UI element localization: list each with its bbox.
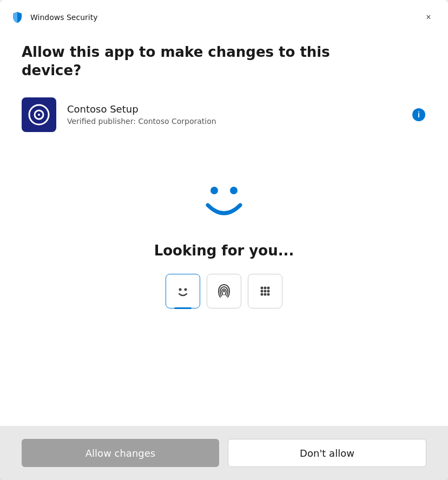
svg-point-12 [264, 290, 267, 292]
close-button[interactable]: × [420, 9, 437, 26]
svg-point-16 [267, 293, 270, 295]
dialog-footer: Allow changes Don't allow [0, 426, 448, 480]
svg-point-11 [261, 290, 263, 292]
app-name: Contoso Setup [67, 103, 411, 115]
app-details: Contoso Setup Verified publisher: Contos… [67, 103, 411, 126]
fingerprint-icon [215, 282, 233, 300]
dont-allow-button[interactable]: Don't allow [228, 439, 426, 467]
app-info-row: Contoso Setup Verified publisher: Contos… [22, 97, 426, 132]
svg-point-5 [179, 288, 182, 291]
svg-point-15 [264, 293, 267, 295]
windows-shield-icon [11, 11, 24, 24]
svg-point-3 [210, 187, 218, 194]
pin-icon [256, 282, 274, 300]
face-recognition-button[interactable] [166, 274, 200, 308]
app-publisher: Verified publisher: Contoso Corporation [67, 117, 411, 126]
title-bar-text: Windows Security [30, 13, 420, 22]
svg-point-14 [261, 293, 263, 295]
face-recognition-icon [192, 165, 256, 229]
svg-point-10 [267, 286, 270, 289]
fingerprint-button[interactable] [207, 274, 241, 308]
svg-point-13 [267, 290, 270, 292]
info-icon: i [412, 108, 425, 121]
main-question: Allow this app to make changes to this d… [22, 43, 368, 80]
windows-security-dialog: Windows Security × Allow this app to mak… [0, 0, 448, 480]
face-icon [174, 282, 192, 300]
title-bar: Windows Security × [0, 0, 448, 32]
face-auth-section: Looking for you... [22, 154, 426, 426]
svg-point-6 [185, 288, 187, 291]
allow-changes-button[interactable]: Allow changes [22, 439, 219, 467]
svg-point-9 [264, 286, 267, 289]
looking-text: Looking for you... [154, 242, 294, 259]
svg-point-4 [230, 187, 238, 194]
svg-point-8 [261, 286, 263, 289]
svg-point-2 [38, 114, 40, 116]
info-button[interactable]: i [411, 107, 426, 122]
svg-point-7 [223, 290, 225, 292]
dialog-content: Allow this app to make changes to this d… [0, 32, 448, 426]
auth-options [166, 274, 282, 308]
app-icon [22, 97, 56, 132]
pin-button[interactable] [248, 274, 282, 308]
